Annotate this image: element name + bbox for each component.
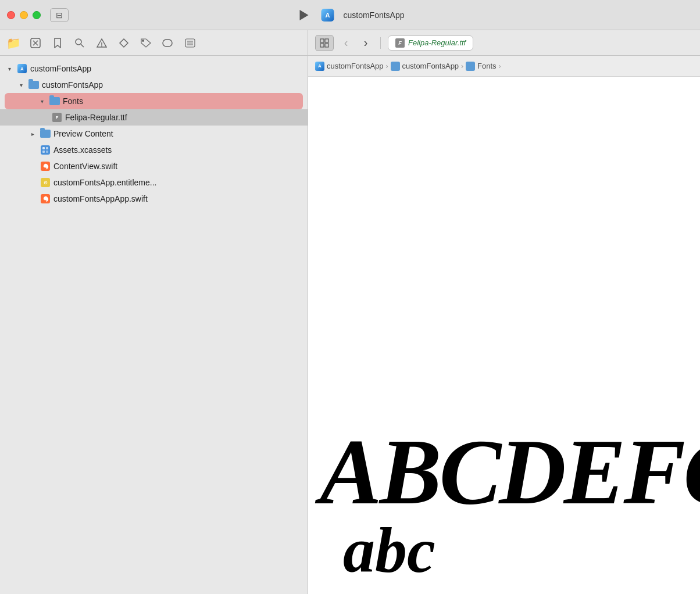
- svg-rect-17: [42, 147, 45, 149]
- swift-icon-cv: [40, 162, 51, 171]
- sidebar-toggle-icon: ⊟: [56, 10, 63, 20]
- font-preview-area: ABCDEFGH abc: [308, 77, 700, 594]
- breadcrumb-app-icon: A: [315, 62, 324, 71]
- breadcrumb-app: A customFontsApp: [315, 62, 384, 71]
- breadcrumb-folder1: customFontsApp: [391, 62, 459, 71]
- tree-label-group: customFontsApp: [42, 80, 103, 90]
- swift-icon-app: [40, 194, 51, 203]
- sidebar-toggle-button[interactable]: ⊟: [50, 8, 69, 22]
- folder-icon-fonts: [49, 96, 60, 106]
- tree-label-fonts: Fonts: [63, 96, 83, 106]
- file-tree: ▾ A customFontsApp ▾ customFontsApp ▾: [0, 56, 308, 212]
- svg-rect-8: [163, 40, 172, 46]
- svg-line-4: [81, 44, 84, 47]
- tag-icon-btn[interactable]: [140, 37, 152, 49]
- tree-item-contentview[interactable]: ▸ ContentView.swift: [0, 158, 308, 174]
- file-tab-label: Felipa-Regular.ttf: [408, 38, 466, 47]
- list-icon-btn[interactable]: [184, 37, 197, 49]
- svg-point-7: [142, 40, 144, 42]
- folder-icon-preview: [40, 129, 51, 138]
- svg-rect-19: [42, 151, 45, 153]
- diamond-icon-btn[interactable]: [117, 37, 130, 49]
- breadcrumb-sep-2: ›: [461, 62, 463, 70]
- fullscreen-button[interactable]: [33, 11, 41, 19]
- app-icon-small: A: [16, 64, 28, 73]
- warning-icon-btn[interactable]: [95, 37, 108, 49]
- breadcrumb-bar: A customFontsApp › customFontsApp › Font…: [308, 56, 700, 77]
- search-icon-btn[interactable]: [73, 37, 86, 49]
- svg-rect-16: [325, 44, 328, 47]
- toolbar-left: 📁: [0, 30, 308, 55]
- tree-label-felipa: Felipa-Regular.ttf: [65, 113, 127, 122]
- editor-area: A customFontsApp › customFontsApp › Font…: [308, 56, 700, 594]
- breadcrumb-folder2-icon: [466, 62, 475, 71]
- tree-item-fonts[interactable]: ▾ Fonts: [5, 93, 303, 109]
- tree-item-assets[interactable]: ▸ Assets.xcassets: [0, 142, 308, 158]
- expand-arrow-preview: ▸: [28, 131, 37, 137]
- app-icon: A: [321, 9, 334, 22]
- forward-button[interactable]: ›: [358, 35, 373, 51]
- svg-rect-14: [325, 39, 328, 42]
- tree-label-entitlements: customFontsApp.entitleme...: [53, 178, 156, 187]
- expand-arrow: ▾: [5, 66, 14, 72]
- breadcrumb-sep-3: ›: [499, 62, 501, 70]
- tree-item-root[interactable]: ▾ A customFontsApp: [0, 60, 308, 77]
- main-content: ▾ A customFontsApp ▾ customFontsApp ▾: [0, 56, 700, 594]
- tree-item-group[interactable]: ▾ customFontsApp: [0, 77, 308, 93]
- play-button[interactable]: [295, 7, 312, 23]
- bookmark-icon-btn[interactable]: [51, 37, 64, 49]
- svg-rect-15: [320, 44, 324, 47]
- ttf-file-icon: F: [51, 113, 63, 122]
- play-icon: [299, 10, 308, 20]
- tree-item-appswift[interactable]: ▸ customFontsAppApp.swift: [0, 191, 308, 207]
- assets-icon: [40, 145, 51, 155]
- tree-label-contentview: ContentView.swift: [53, 162, 117, 171]
- breadcrumb-folder1-label: customFontsApp: [402, 62, 459, 70]
- error-icon-btn[interactable]: [29, 37, 42, 49]
- file-type-icon: F: [395, 38, 405, 48]
- close-button[interactable]: [7, 11, 15, 19]
- minimize-button[interactable]: [20, 11, 28, 19]
- breadcrumb-folder2-label: Fonts: [477, 62, 497, 70]
- expand-arrow-fonts: ▾: [37, 98, 47, 105]
- toolbar: 📁: [0, 30, 700, 56]
- entitlements-icon: ⊙: [40, 178, 51, 187]
- tree-label-preview: Preview Content: [53, 129, 113, 138]
- tree-label-assets: Assets.xcassets: [53, 145, 112, 155]
- title-center: A customFontsApp: [295, 7, 404, 23]
- toolbar-separator: [380, 37, 381, 49]
- back-button[interactable]: ‹: [338, 35, 353, 51]
- traffic-lights: [7, 11, 41, 19]
- breadcrumb-folder2: Fonts: [466, 62, 497, 71]
- label-icon-btn[interactable]: [162, 37, 174, 49]
- svg-rect-18: [46, 147, 48, 149]
- toolbar-right: ‹ › F Felipa-Regular.ttf: [308, 30, 700, 55]
- svg-rect-13: [320, 39, 324, 42]
- sidebar: ▾ A customFontsApp ▾ customFontsApp ▾: [0, 56, 308, 594]
- font-preview-small-text: abc: [308, 518, 435, 582]
- grid-view-button[interactable]: [315, 35, 334, 51]
- folder-icon-btn[interactable]: 📁: [7, 37, 20, 49]
- tree-item-preview[interactable]: ▸ Preview Content: [0, 126, 308, 142]
- svg-point-6: [101, 45, 102, 46]
- tree-label-root: customFontsApp: [30, 64, 91, 73]
- folder-icon-group: [28, 80, 40, 90]
- svg-point-3: [76, 39, 81, 45]
- svg-rect-20: [46, 151, 48, 153]
- tree-item-entitlements[interactable]: ▸ ⊙ customFontsApp.entitleme...: [0, 174, 308, 191]
- file-tab[interactable]: F Felipa-Regular.ttf: [388, 35, 473, 51]
- expand-arrow-group: ▾: [16, 82, 26, 88]
- font-preview-large-text: ABCDEFGH: [308, 425, 700, 518]
- app-title: customFontsApp: [343, 10, 404, 20]
- breadcrumb-folder1-icon: [391, 62, 400, 71]
- tree-item-felipa[interactable]: ▸ F Felipa-Regular.ttf: [0, 109, 308, 126]
- breadcrumb-sep-1: ›: [386, 62, 388, 70]
- breadcrumb-app-label: customFontsApp: [327, 62, 384, 70]
- tree-label-appswift: customFontsAppApp.swift: [53, 194, 148, 203]
- title-bar: ⊟ A customFontsApp: [0, 0, 700, 30]
